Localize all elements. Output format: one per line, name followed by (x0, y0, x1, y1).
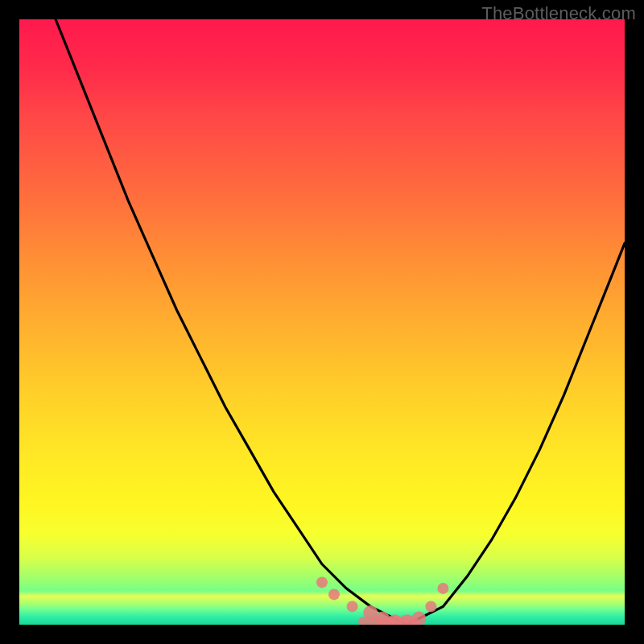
marker-dot (316, 576, 328, 588)
marker-dot (328, 588, 340, 600)
plot-area (19, 19, 625, 625)
marker-dot (425, 601, 436, 612)
bottleneck-curve-svg (19, 19, 625, 625)
chart-frame (19, 19, 625, 625)
bottleneck-curve (56, 19, 625, 625)
marker-dot (347, 601, 358, 612)
marker-bar (358, 617, 419, 625)
marker-dot (437, 583, 448, 594)
curve-markers (316, 576, 448, 625)
